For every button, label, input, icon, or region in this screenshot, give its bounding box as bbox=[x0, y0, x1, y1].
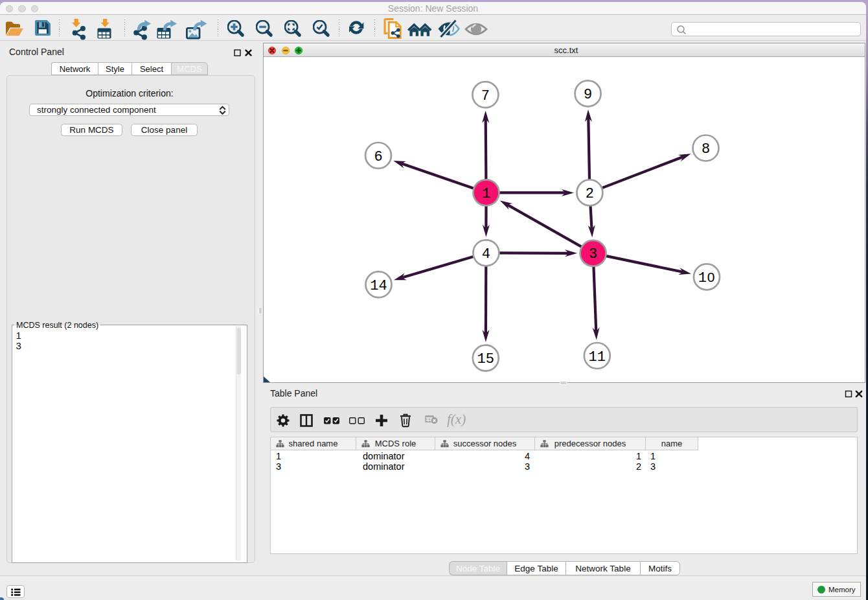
svg-text:15: 15 bbox=[477, 351, 494, 367]
svg-text:1: 1 bbox=[482, 186, 490, 202]
svg-text:3: 3 bbox=[589, 246, 597, 262]
svg-text:7: 7 bbox=[481, 88, 490, 104]
svg-text:9: 9 bbox=[584, 87, 592, 103]
svg-text:11: 11 bbox=[589, 349, 606, 365]
svg-text:1: 1 bbox=[698, 270, 707, 286]
svg-text:6: 6 bbox=[374, 149, 382, 165]
svg-text:2: 2 bbox=[586, 186, 594, 202]
svg-text:0: 0 bbox=[707, 270, 715, 284]
svg-text:4: 4 bbox=[482, 246, 490, 262]
svg-text:8: 8 bbox=[702, 141, 710, 157]
svg-text:14: 14 bbox=[370, 278, 387, 294]
